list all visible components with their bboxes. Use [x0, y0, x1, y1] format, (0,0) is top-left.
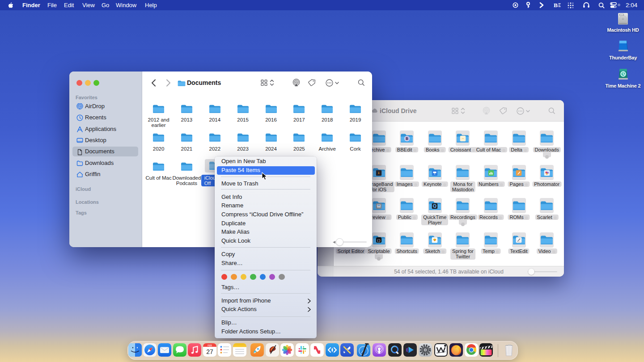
svg-text:FEB: FEB [208, 344, 212, 347]
svg-text:B: B [406, 136, 408, 140]
svg-text:27: 27 [206, 348, 213, 355]
svg-text:{}: {} [377, 239, 381, 242]
